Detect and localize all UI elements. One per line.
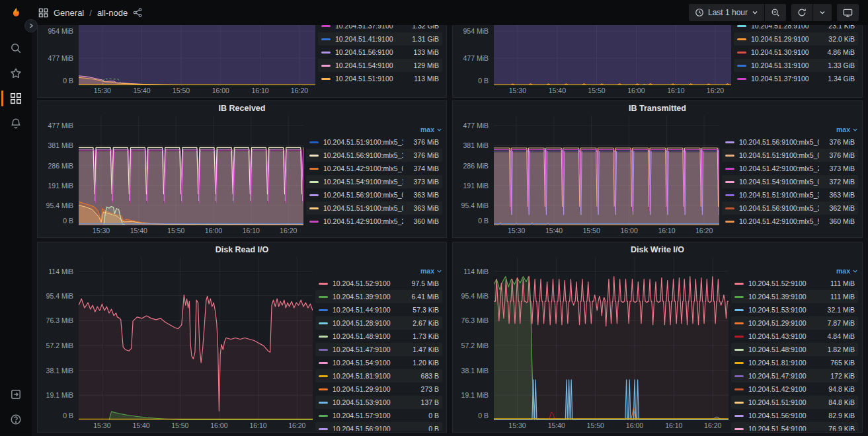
x-tick-label: 16:10	[658, 227, 675, 235]
legend-row[interactable]: 10.204.51.56:910082.9 KiB	[731, 409, 858, 422]
legend-row[interactable]: 10.204.51.52:9100111 MiB	[731, 277, 858, 290]
legend-row[interactable]: 10.204.51.48:91001.73 KiB	[315, 330, 442, 343]
cycle-view-mode-button[interactable]	[837, 4, 859, 21]
sidebar-expand-button[interactable]	[24, 19, 38, 32]
legend-row[interactable]: 10.204.51.28:91002.67 KiB	[315, 316, 442, 330]
panel-title[interactable]: IB Transmitted	[453, 101, 862, 116]
legend-row[interactable]: 10.204.51.51:9100:mlx5_0363 MiB	[306, 201, 442, 215]
legend-row[interactable]: 10.204.51.47:9100172 KiB	[731, 369, 858, 382]
legend-row[interactable]: 10.204.51.54:9100:mlx5_0372 MiB	[722, 175, 858, 188]
breadcrumb-section[interactable]: General	[54, 8, 84, 18]
series-max-value: 7.87 MiB	[824, 319, 855, 327]
legend-sort-max[interactable]: max	[722, 124, 858, 135]
x-tick-label: 15:30	[508, 227, 525, 235]
plot-area[interactable]	[494, 257, 729, 420]
legend-row[interactable]: 10.204.51.51:9100:mlx5_0376 MiB	[722, 149, 858, 162]
legend-row[interactable]: 10.204.51.54:9100:mlx5_1373 MiB	[306, 175, 442, 188]
legend-row[interactable]: 10.204.51.53:910032.1 MiB	[731, 303, 858, 316]
legend-row[interactable]: 10.204.51.56:9100:mlx5_1376 MiB	[306, 149, 442, 162]
legend-row[interactable]: 10.204.51.51:9100:mlx5_3363 MiB	[722, 188, 858, 201]
legend-row[interactable]: 10.204.51.56:91000 B	[315, 422, 442, 431]
y-tick-label: 0 B	[63, 77, 73, 85]
legend-row[interactable]: 10.204.51.52:910097.5 MiB	[315, 277, 442, 290]
legend-row[interactable]: 10.204.51.56:9100133 MiB	[318, 46, 442, 59]
legend-row[interactable]: 10.204.51.81:9100765 KiB	[731, 356, 858, 369]
series-name: 10.204.51.41:9100	[335, 35, 403, 43]
refresh-button[interactable]	[791, 4, 812, 21]
sidebar-item-search[interactable]	[0, 36, 32, 61]
legend-row[interactable]: 10.204.51.29:910032.0 KiB	[734, 32, 858, 46]
series-color-swatch	[734, 336, 744, 338]
series-name: 10.204.51.51:9100	[748, 398, 819, 406]
plot-area[interactable]	[79, 116, 303, 225]
legend-row[interactable]: 10.204.51.51:9100113 MiB	[318, 72, 442, 85]
legend-row[interactable]: 10.204.51.54:9100129 MiB	[318, 59, 442, 72]
legend-row[interactable]: 10.204.51.56:9100:mlx5_0363 MiB	[306, 188, 442, 201]
sidebar-item-alerting[interactable]	[0, 111, 32, 136]
share-alt-icon[interactable]	[133, 8, 142, 17]
legend-row[interactable]: 10.204.51.42:910094.8 KiB	[731, 382, 858, 396]
legend-row[interactable]: 10.204.51.42:9100:mlx5_5360 MiB	[722, 215, 858, 228]
legend-row[interactable]: 10.204.51.51:910084.8 KiB	[731, 396, 858, 409]
series-max-value: 363 MiB	[824, 191, 855, 199]
series-name: 10.204.51.56:9100:mlx5_0	[739, 138, 819, 146]
legend-row[interactable]: 10.204.51.39:9100111 MiB	[731, 290, 858, 303]
legend-row[interactable]: 10.204.51.29:9100273 B	[315, 382, 442, 396]
zoom-out-button[interactable]	[765, 4, 786, 21]
legend-row[interactable]: 10.204.51.47:91001.47 KiB	[315, 343, 442, 356]
time-picker-button[interactable]: Last 1 hour	[689, 4, 764, 21]
series-max-value: 373 MiB	[409, 178, 439, 186]
x-tick-label: 16:10	[243, 227, 260, 235]
legend-row[interactable]: 10.204.51.39:91006.41 MiB	[315, 290, 442, 303]
sidebar-item-sign-in[interactable]	[0, 382, 32, 407]
legend-row[interactable]: 10.204.51.30:91004.86 MiB	[734, 46, 858, 59]
legend-row[interactable]: 10.204.51.42:9100:mlx5_2373 MiB	[722, 162, 858, 175]
series-name: 10.204.51.57:9100	[333, 412, 403, 419]
series-max-value: 32.1 MiB	[824, 306, 855, 314]
refresh-interval-button[interactable]	[813, 4, 832, 21]
legend-row[interactable]: 10.204.51.41:91001.31 GiB	[318, 32, 442, 46]
legend-row[interactable]: 10.204.51.29:91007.87 MiB	[731, 316, 858, 330]
legend-row[interactable]: 10.204.51.44:910057.3 KiB	[315, 303, 442, 316]
legend-row[interactable]: 10.204.51.53:9100137 B	[315, 396, 442, 409]
legend-sort-max[interactable]: max	[306, 124, 442, 135]
series-max-value: 1.34 GiB	[824, 75, 855, 83]
legend-row[interactable]: 10.204.51.54:91001.20 KiB	[315, 356, 442, 369]
series-name: 10.204.51.81:9100	[748, 359, 819, 367]
sidebar-item-starred[interactable]	[0, 61, 32, 86]
x-tick-label: 16:00	[212, 87, 229, 94]
sidebar-item-help[interactable]	[0, 407, 32, 432]
x-tick-label: 15:50	[167, 227, 184, 235]
plot-area[interactable]	[79, 257, 313, 420]
legend-row[interactable]: 10.204.51.54:910076.9 KiB	[731, 422, 858, 431]
plot-area[interactable]	[79, 25, 315, 85]
series-name: 10.204.51.53:9100	[333, 398, 403, 406]
series-max-value: 372 MiB	[824, 178, 855, 186]
legend-row[interactable]: 10.204.51.31:91001.33 GiB	[734, 59, 858, 72]
legend-row[interactable]: 10.204.51.48:91001.82 MiB	[731, 343, 858, 356]
legend-row[interactable]: 10.204.51.57:91000 B	[315, 409, 442, 422]
series-name: 10.204.51.29:9100	[748, 319, 819, 327]
panel-title[interactable]: Disk Write I/O	[453, 242, 862, 257]
legend-row[interactable]: 10.204.51.37:91001.34 GiB	[734, 72, 858, 85]
legend-row[interactable]: 10.204.51.81:9100683 B	[315, 369, 442, 382]
legend-sort-max[interactable]: max	[731, 265, 858, 277]
legend-row[interactable]: 10.204.51.43:91004.84 MiB	[731, 330, 858, 343]
legend-row[interactable]: 10.204.51.56:9100:mlx5_3362 MiB	[722, 201, 858, 215]
series-name: 10.204.51.56:9100	[748, 412, 819, 419]
breadcrumb-page[interactable]: all-node	[97, 8, 128, 18]
legend-row[interactable]: 10.204.51.51:9100:mlx5_1376 MiB	[306, 135, 442, 149]
y-tick-label: 38.1 MiB	[461, 367, 489, 375]
legend-sort-max[interactable]: max	[315, 265, 442, 277]
panel-title[interactable]: Disk Read I/O	[38, 242, 446, 257]
panel-title[interactable]: IB Received	[38, 101, 446, 116]
plot-area[interactable]	[494, 116, 719, 225]
x-axis: 15:3015:4015:5016:0016:1016:20	[79, 225, 303, 236]
legend-row[interactable]: 10.204.51.42:9100:mlx5_2360 MiB	[306, 215, 442, 228]
sidebar-item-dashboards[interactable]	[0, 86, 32, 111]
legend-row[interactable]: 10.204.51.56:9100:mlx5_0376 MiB	[722, 135, 858, 149]
plot-area[interactable]	[494, 25, 731, 85]
legend: 10.204.51.37:91001.32 GiB10.204.51.41:91…	[318, 19, 442, 96]
x-tick-label: 15:30	[93, 227, 110, 235]
legend-row[interactable]: 10.204.51.42:9100:mlx5_0374 MiB	[306, 162, 442, 175]
